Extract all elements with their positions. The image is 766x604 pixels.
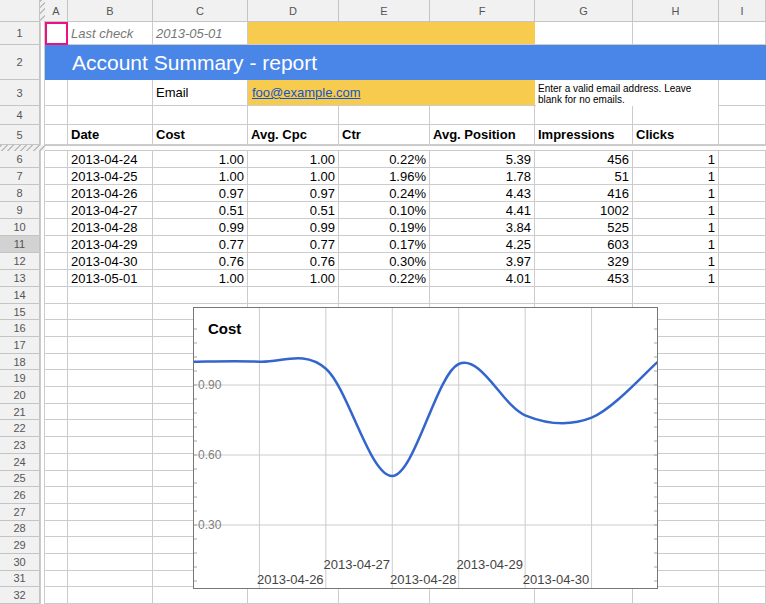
grid-cell-B20[interactable]: [68, 387, 153, 404]
grid-cell-A16[interactable]: [45, 320, 68, 337]
grid-cell-H1[interactable]: [633, 22, 719, 45]
grid-cell-I7[interactable]: [719, 168, 766, 185]
grid-cell-A31[interactable]: [45, 571, 68, 588]
cost-chart[interactable]: 0.300.600.902013-04-262013-04-282013-04-…: [193, 307, 658, 589]
table-cell[interactable]: 525: [535, 219, 633, 236]
grid-cell-A28[interactable]: [45, 521, 68, 538]
grid-cell-A4[interactable]: [45, 106, 68, 125]
grid-cell-A5[interactable]: [45, 125, 68, 145]
grid-cell-B14[interactable]: [68, 287, 153, 304]
table-cell[interactable]: 0.51: [248, 202, 339, 219]
grid-cell-A17[interactable]: [45, 337, 68, 354]
grid-cell-I13[interactable]: [719, 270, 766, 287]
grid-cell-I5[interactable]: [719, 125, 766, 145]
table-cell[interactable]: 5.39: [430, 151, 535, 168]
grid-cell-A19[interactable]: [45, 370, 68, 387]
table-cell[interactable]: 2013-04-27: [68, 202, 153, 219]
grid-cell-B29[interactable]: [68, 537, 153, 554]
grid-cell-A23[interactable]: [45, 437, 68, 454]
row-header-7[interactable]: 7: [0, 168, 40, 185]
grid-cell-B15[interactable]: [68, 304, 153, 321]
grid-cell-I12[interactable]: [719, 253, 766, 270]
grid-cell-B16[interactable]: [68, 320, 153, 337]
grid-cell-A20[interactable]: [45, 387, 68, 404]
grid-cell-I20[interactable]: [719, 387, 766, 404]
row-header-8[interactable]: 8: [0, 185, 40, 202]
table-cell[interactable]: 0.24%: [339, 185, 430, 202]
grid-cell-I14[interactable]: [719, 287, 766, 304]
row-header-5[interactable]: 5: [0, 125, 40, 145]
table-cell[interactable]: 1.00: [153, 270, 248, 287]
grid-cell-A12[interactable]: [45, 253, 68, 270]
grid-cell-I3[interactable]: [719, 80, 766, 106]
row-header-16[interactable]: 16: [0, 320, 40, 337]
row-header-17[interactable]: 17: [0, 337, 40, 354]
row-header-23[interactable]: 23: [0, 437, 40, 454]
table-cell[interactable]: 0.97: [248, 185, 339, 202]
grid-cell-A22[interactable]: [45, 420, 68, 437]
grid-cell-C4[interactable]: [153, 106, 248, 125]
grid-cell-A13[interactable]: [45, 270, 68, 287]
grid-cell-B26[interactable]: [68, 487, 153, 504]
table-cell[interactable]: 1: [633, 236, 719, 253]
table-cell[interactable]: 603: [535, 236, 633, 253]
grid-cell-I1[interactable]: [719, 22, 766, 45]
grid-cell-D4[interactable]: [248, 106, 339, 125]
row-header-31[interactable]: 31: [0, 571, 40, 588]
table-cell[interactable]: 1: [633, 219, 719, 236]
table-cell[interactable]: 1.96%: [339, 168, 430, 185]
grid-cell-D14[interactable]: [248, 287, 339, 304]
email-link[interactable]: foo@example.com: [252, 85, 361, 100]
grid-cell-B22[interactable]: [68, 420, 153, 437]
table-cell[interactable]: 51: [535, 168, 633, 185]
grid-cell-D32[interactable]: [248, 587, 339, 604]
grid-cell-B30[interactable]: [68, 554, 153, 571]
grid-cell-G32[interactable]: [535, 587, 633, 604]
grid-cell-I9[interactable]: [719, 202, 766, 219]
table-cell[interactable]: 1.78: [430, 168, 535, 185]
table-cell[interactable]: 329: [535, 253, 633, 270]
table-cell[interactable]: 0.99: [153, 219, 248, 236]
table-cell[interactable]: 2013-04-28: [68, 219, 153, 236]
row-header-4[interactable]: 4: [0, 106, 40, 125]
table-cell[interactable]: 0.77: [248, 236, 339, 253]
frozen-column-indicator[interactable]: [40, 0, 45, 22]
table-cell[interactable]: 0.76: [153, 253, 248, 270]
table-cell[interactable]: 4.41: [430, 202, 535, 219]
grid-cell-I21[interactable]: [719, 404, 766, 421]
grid-cell-B4[interactable]: [68, 106, 153, 125]
grid-cell-B25[interactable]: [68, 471, 153, 488]
grid-cell-B3[interactable]: [68, 80, 153, 106]
grid-cell-I17[interactable]: [719, 337, 766, 354]
row-header-3[interactable]: 3: [0, 80, 40, 106]
table-cell[interactable]: 1: [633, 253, 719, 270]
row-header-28[interactable]: 28: [0, 521, 40, 538]
grid-cell-C32[interactable]: [153, 587, 248, 604]
table-cell[interactable]: 1.00: [248, 151, 339, 168]
table-cell[interactable]: 2013-04-29: [68, 236, 153, 253]
table-cell[interactable]: 4.01: [430, 270, 535, 287]
table-cell[interactable]: 3.97: [430, 253, 535, 270]
grid-cell-H32[interactable]: [633, 587, 719, 604]
grid-cell-A3[interactable]: [45, 80, 68, 106]
row-header-22[interactable]: 22: [0, 420, 40, 437]
column-header-F[interactable]: F: [430, 0, 535, 22]
row-header-32[interactable]: 32: [0, 587, 40, 604]
grid-cell-A10[interactable]: [45, 219, 68, 236]
row-header-24[interactable]: 24: [0, 454, 40, 471]
table-cell[interactable]: 0.22%: [339, 151, 430, 168]
grid-cell-A14[interactable]: [45, 287, 68, 304]
table-cell[interactable]: 0.99: [248, 219, 339, 236]
grid-cell-B21[interactable]: [68, 404, 153, 421]
email-input-cell[interactable]: foo@example.com: [248, 80, 535, 106]
table-cell[interactable]: 1: [633, 202, 719, 219]
row-header-26[interactable]: 26: [0, 487, 40, 504]
table-cell[interactable]: 0.22%: [339, 270, 430, 287]
grid-cell-I22[interactable]: [719, 420, 766, 437]
table-cell[interactable]: 2013-04-25: [68, 168, 153, 185]
row-header-9[interactable]: 9: [0, 202, 40, 219]
grid-cell-I11[interactable]: [719, 236, 766, 253]
table-cell[interactable]: 3.84: [430, 219, 535, 236]
grid-cell-A32[interactable]: [45, 587, 68, 604]
grid-cell-F4[interactable]: [430, 106, 535, 125]
